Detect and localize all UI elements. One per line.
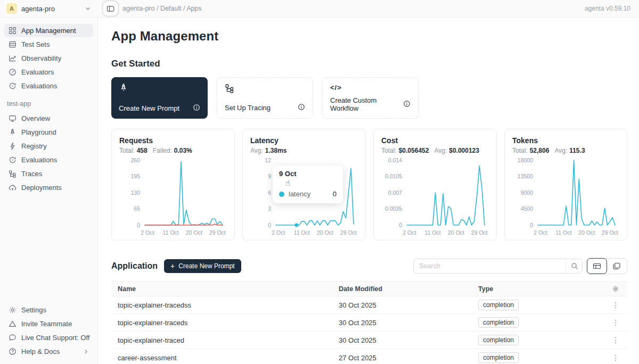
svg-text:11 Oct: 11 Oct bbox=[425, 229, 441, 236]
sidebar-collapse-button[interactable] bbox=[103, 2, 118, 15]
svg-text:0: 0 bbox=[399, 222, 402, 228]
chart-stats: Avg:1.38ms bbox=[250, 147, 358, 154]
table-row[interactable]: career-assessment 27 Oct 2025 completion… bbox=[111, 349, 627, 364]
type-badge: completion bbox=[478, 300, 519, 310]
svg-text:9: 9 bbox=[268, 173, 271, 179]
sidebar-item-label: Test Sets bbox=[21, 40, 50, 48]
gear-icon bbox=[9, 306, 17, 314]
view-toggle bbox=[587, 258, 627, 274]
svg-text:2 Oct: 2 Oct bbox=[272, 229, 285, 236]
search-icon[interactable] bbox=[566, 259, 582, 273]
chart-stats: Total:52,806 Avg:115.3 bbox=[512, 147, 619, 154]
set-up-tracing-card[interactable]: Set Up Tracing bbox=[217, 77, 313, 119]
info-icon[interactable] bbox=[298, 103, 305, 112]
rocket-icon bbox=[9, 128, 17, 136]
svg-text:20 Oct: 20 Oct bbox=[578, 229, 595, 236]
sidebar-item-label: Registry bbox=[21, 142, 47, 150]
sidebar-item-help-docs[interactable]: Help & Docs bbox=[4, 345, 93, 358]
sidebar-item-invite-teammate[interactable]: Invite Teammate bbox=[4, 317, 93, 330]
card-label: Set Up Tracing bbox=[225, 104, 271, 112]
svg-text:29 Oct: 29 Oct bbox=[209, 229, 226, 236]
triangle-icon bbox=[9, 320, 17, 328]
svg-text:130: 130 bbox=[130, 189, 140, 196]
sidebar-item-settings[interactable]: Settings bbox=[4, 303, 93, 317]
type-badge: completion bbox=[478, 335, 519, 345]
get-started-cards: Create New Prompt Set Up Tracing </> Cre… bbox=[111, 77, 627, 119]
hand-cursor-icon: ☝ bbox=[285, 178, 337, 188]
applications-table: Name Date Modified Type topic-explainer-… bbox=[111, 281, 627, 364]
metrics-charts: Requests Total:458 Failed:0.03% 26019513… bbox=[111, 129, 627, 241]
svg-text:6: 6 bbox=[268, 189, 271, 196]
sidebar-item-overview[interactable]: Overview bbox=[4, 112, 93, 125]
table-row[interactable]: topic-explainer-traced 30 Oct 2025 compl… bbox=[111, 332, 627, 349]
svg-text:13500: 13500 bbox=[518, 173, 533, 179]
sidebar-item-evaluations-app[interactable]: Evaluations bbox=[4, 153, 93, 167]
svg-text:20 Oct: 20 Oct bbox=[448, 229, 464, 236]
sidebar-item-app-management[interactable]: App Management bbox=[4, 24, 93, 37]
question-circle-icon bbox=[9, 348, 17, 355]
sidebar-item-label: Live Chat Support: Off bbox=[21, 334, 89, 342]
sidebar-item-label: Evaluations bbox=[21, 156, 57, 164]
sidebar-item-label: App Management bbox=[21, 27, 76, 35]
svg-text:2 Oct: 2 Oct bbox=[534, 229, 547, 236]
sidebar-item-deployments[interactable]: Deployments bbox=[4, 181, 93, 194]
svg-text:2 Oct: 2 Oct bbox=[141, 229, 154, 236]
sidebar-item-live-chat[interactable]: Live Chat Support: Off bbox=[4, 331, 93, 344]
chart-title: Requests bbox=[119, 136, 227, 145]
column-header-name[interactable]: Name bbox=[111, 285, 332, 293]
table-settings-gear-icon[interactable] bbox=[612, 285, 619, 293]
svg-text:29 Oct: 29 Oct bbox=[340, 229, 357, 236]
sidebar-item-registry[interactable]: Registry bbox=[4, 139, 93, 153]
svg-text:0: 0 bbox=[530, 222, 533, 228]
create-new-prompt-button[interactable]: + Create New Prompt bbox=[164, 259, 241, 273]
tooltip-date: 9 Oct bbox=[279, 170, 337, 178]
row-menu-button[interactable]: ⋮ bbox=[609, 318, 622, 327]
app-name: topic-explainer-traceds bbox=[111, 319, 332, 327]
tokens-chart-plot[interactable]: 18000135009000450002 Oct11 Oct20 Oct29 O… bbox=[512, 157, 619, 237]
sidebar-item-test-sets[interactable]: Test Sets bbox=[4, 38, 93, 51]
sidebar-item-label: Traces bbox=[21, 170, 42, 178]
svg-text:18000: 18000 bbox=[518, 157, 533, 163]
info-icon[interactable] bbox=[403, 100, 411, 109]
page-title: App Management bbox=[111, 29, 627, 44]
sidebar-item-observability[interactable]: Observability bbox=[4, 52, 93, 65]
info-icon[interactable] bbox=[193, 104, 200, 113]
workspace-selector[interactable]: A agenta-pro bbox=[0, 3, 98, 14]
table-view-icon bbox=[593, 262, 601, 270]
table-row[interactable]: topic-explainer-traceds 30 Oct 2025 comp… bbox=[111, 314, 627, 332]
chat-bubble-icon bbox=[9, 334, 17, 342]
sidebar-item-playground[interactable]: Playground bbox=[4, 126, 93, 139]
tooltip-value: 0 bbox=[333, 190, 337, 198]
breadcrumb[interactable]: agenta-pro / Default / Apps bbox=[122, 5, 202, 12]
sidebar-item-label: Observability bbox=[21, 54, 61, 62]
latency-tooltip: 9 Oct ☝ latency 0 bbox=[273, 166, 343, 203]
table-view-button[interactable] bbox=[587, 258, 607, 274]
table-row[interactable]: topic-explainer-tracedss 30 Oct 2025 com… bbox=[111, 296, 627, 314]
search-input[interactable] bbox=[414, 262, 566, 270]
trace-tree-icon bbox=[9, 170, 17, 178]
column-header-type[interactable]: Type bbox=[472, 285, 604, 293]
card-view-button[interactable] bbox=[607, 259, 627, 274]
plus-icon: + bbox=[170, 262, 175, 270]
column-header-date-modified[interactable]: Date Modified bbox=[332, 285, 472, 293]
svg-text:11 Oct: 11 Oct bbox=[555, 229, 571, 236]
cost-chart-card: Cost Total:$0.056452 Avg:$0.000123 0.014… bbox=[373, 129, 497, 241]
type-badge: completion bbox=[478, 317, 519, 328]
tokens-chart-card: Tokens Total:52,806 Avg:115.3 1800013500… bbox=[504, 129, 627, 241]
sidebar-item-evaluators[interactable]: Evaluators bbox=[4, 65, 93, 79]
chevron-down-icon bbox=[84, 5, 92, 12]
app-date: 30 Oct 2025 bbox=[332, 336, 472, 344]
rocket-icon bbox=[119, 83, 200, 93]
requests-chart-plot[interactable]: 2601951306502 Oct11 Oct20 Oct29 Oct bbox=[119, 157, 227, 237]
card-view-icon bbox=[612, 262, 621, 270]
create-new-prompt-card[interactable]: Create New Prompt bbox=[111, 77, 208, 119]
sidebar-item-traces[interactable]: Traces bbox=[4, 167, 93, 180]
row-menu-button[interactable]: ⋮ bbox=[609, 301, 622, 309]
sidebar-item-evaluations[interactable]: Evaluations bbox=[4, 79, 93, 93]
svg-text:65: 65 bbox=[134, 205, 140, 212]
create-custom-workflow-card[interactable]: </> Create Custom Workflow bbox=[322, 77, 419, 119]
row-menu-button[interactable]: ⋮ bbox=[609, 353, 622, 362]
cost-chart-plot[interactable]: 0.0140.01050.0070.003502 Oct11 Oct20 Oct… bbox=[381, 157, 489, 237]
row-menu-button[interactable]: ⋮ bbox=[609, 336, 622, 344]
svg-text:0.0035: 0.0035 bbox=[385, 205, 402, 212]
